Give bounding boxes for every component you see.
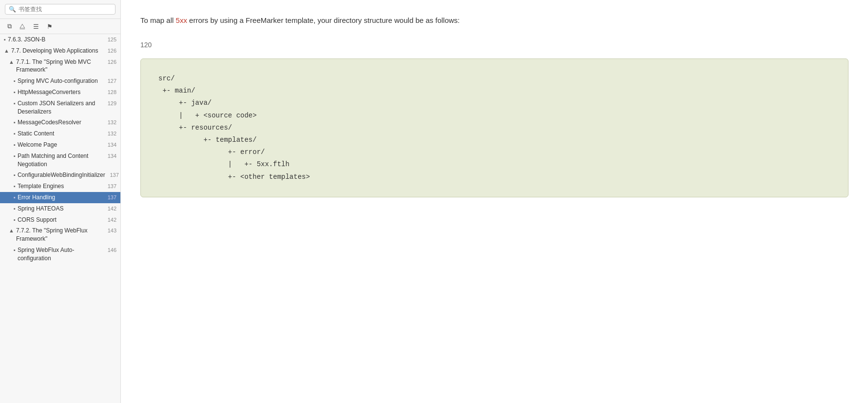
nav-item-icon-static-content: ▪ bbox=[14, 130, 16, 137]
sidebar-item-custom-json[interactable]: ▪Custom JSON Serializers and Deserialize… bbox=[0, 98, 120, 117]
page-number-120: 120 bbox=[140, 41, 849, 49]
nav-item-page-path-matching: 134 bbox=[103, 153, 116, 160]
sidebar-item-spring-web-mvc[interactable]: ▲7.7.1. The "Spring Web MVC Framework"12… bbox=[0, 57, 120, 76]
sidebar-item-json-b[interactable]: ▪7.6.3. JSON-B125 bbox=[0, 34, 120, 45]
nav-item-icon-spring-webflux: ▲ bbox=[9, 227, 14, 234]
toolbar-icons: ⧉ ⧋ ☰ ⚑ bbox=[0, 19, 120, 34]
nav-item-label-cors-support: CORS Support bbox=[18, 216, 103, 224]
sidebar-item-static-content[interactable]: ▪Static Content132 bbox=[0, 128, 120, 139]
sidebar-item-spring-webflux-auto[interactable]: ▪Spring WebFlux Auto-configuration146 bbox=[0, 245, 120, 264]
nav-item-icon-configurable-web: ▪ bbox=[14, 172, 16, 179]
list-view-button[interactable]: ☰ bbox=[31, 21, 41, 32]
nav-item-icon-path-matching: ▪ bbox=[14, 153, 16, 160]
sidebar-item-path-matching[interactable]: ▪Path Matching and Content Negotiation13… bbox=[0, 151, 120, 170]
intro-text-after: errors by using a FreeMarker template, y… bbox=[187, 16, 460, 24]
nav-item-page-spring-webflux-auto: 146 bbox=[103, 247, 116, 254]
nav-item-label-path-matching: Path Matching and Content Negotiation bbox=[18, 152, 103, 169]
nav-item-label-custom-json: Custom JSON Serializers and Deserializer… bbox=[18, 99, 103, 116]
nav-item-icon-spring-webflux-auto: ▪ bbox=[14, 247, 16, 254]
nav-item-page-json-b: 125 bbox=[103, 36, 116, 43]
nav-item-label-configurable-web: ConfigurableWebBindingInitializer bbox=[18, 171, 105, 179]
nav-item-icon-cors-support: ▪ bbox=[14, 216, 16, 224]
nav-item-label-static-content: Static Content bbox=[18, 130, 103, 138]
sidebar-nav: ▪7.6.3. JSON-B125▲7.7. Developing Web Ap… bbox=[0, 34, 120, 403]
nav-item-page-configurable-web: 137 bbox=[105, 172, 119, 179]
search-bar: 🔍 bbox=[0, 0, 120, 19]
nav-item-icon-json-b: ▪ bbox=[4, 36, 6, 43]
nav-item-icon-spring-hateoas: ▪ bbox=[14, 205, 16, 212]
nav-item-label-developing-web: 7.7. Developing Web Applications bbox=[11, 47, 103, 55]
sidebar-item-error-handling[interactable]: ▪Error Handling137 bbox=[0, 192, 120, 203]
nav-item-icon-error-handling: ▪ bbox=[14, 194, 16, 201]
search-icon: 🔍 bbox=[9, 6, 16, 13]
nav-item-page-developing-web: 126 bbox=[103, 47, 116, 55]
sidebar-item-spring-webflux[interactable]: ▲7.7.2. The "Spring WebFlux Framework"14… bbox=[0, 225, 120, 245]
bookmark-button[interactable]: ⚑ bbox=[44, 21, 55, 32]
nav-item-label-spring-mvc-auto: Spring MVC Auto-configuration bbox=[18, 77, 103, 85]
nav-item-label-welcome-page: Welcome Page bbox=[18, 141, 103, 149]
collapse-all-button[interactable]: ⧉ bbox=[5, 21, 14, 32]
nav-item-page-spring-web-mvc: 126 bbox=[103, 58, 116, 66]
search-input[interactable] bbox=[19, 6, 112, 13]
nav-item-page-error-handling: 137 bbox=[103, 194, 116, 201]
nav-item-icon-spring-mvc-auto: ▪ bbox=[14, 77, 16, 85]
nav-item-label-spring-webflux: 7.7.2. The "Spring WebFlux Framework" bbox=[16, 227, 103, 243]
intro-paragraph: To map all 5xx errors by using a FreeMar… bbox=[140, 15, 849, 26]
nav-item-page-welcome-page: 134 bbox=[103, 141, 116, 149]
nav-item-label-http-message: HttpMessageConverters bbox=[18, 88, 103, 96]
nav-item-page-spring-mvc-auto: 127 bbox=[103, 77, 116, 85]
nav-item-icon-custom-json: ▪ bbox=[14, 100, 16, 107]
sidebar-item-developing-web[interactable]: ▲7.7. Developing Web Applications126 bbox=[0, 45, 120, 57]
highlight-5xx: 5xx bbox=[176, 16, 187, 24]
sidebar-item-http-message[interactable]: ▪HttpMessageConverters128 bbox=[0, 87, 120, 98]
nav-item-page-spring-webflux: 143 bbox=[103, 227, 116, 234]
nav-item-label-message-codes: MessageCodesResolver bbox=[18, 118, 103, 127]
sidebar-item-spring-hateoas[interactable]: ▪Spring HATEOAS142 bbox=[0, 203, 120, 214]
nav-item-page-template-engines: 137 bbox=[103, 183, 116, 190]
nav-item-label-spring-hateoas: Spring HATEOAS bbox=[18, 205, 103, 213]
nav-item-label-spring-web-mvc: 7.7.1. The "Spring Web MVC Framework" bbox=[16, 58, 103, 75]
nav-item-page-spring-hateoas: 142 bbox=[103, 205, 116, 212]
nav-item-icon-developing-web: ▲ bbox=[4, 47, 9, 55]
nav-item-label-json-b: 7.6.3. JSON-B bbox=[8, 36, 103, 44]
nav-item-page-http-message: 128 bbox=[103, 89, 116, 96]
nav-item-page-static-content: 132 bbox=[103, 130, 116, 137]
code-block: src/ +- main/ +- java/ | + <source code>… bbox=[140, 58, 849, 197]
nav-item-label-error-handling: Error Handling bbox=[18, 193, 103, 202]
nav-item-icon-message-codes: ▪ bbox=[14, 119, 16, 126]
nav-item-page-custom-json: 129 bbox=[103, 100, 116, 107]
sidebar-item-message-codes[interactable]: ▪MessageCodesResolver132 bbox=[0, 117, 120, 128]
expand-all-button[interactable]: ⧋ bbox=[17, 21, 28, 32]
sidebar-item-spring-mvc-auto[interactable]: ▪Spring MVC Auto-configuration127 bbox=[0, 76, 120, 87]
sidebar-item-template-engines[interactable]: ▪Template Engines137 bbox=[0, 181, 120, 192]
sidebar: 🔍 ⧉ ⧋ ☰ ⚑ ▪7.6.3. JSON-B125▲7.7. Develop… bbox=[0, 0, 121, 403]
nav-item-icon-welcome-page: ▪ bbox=[14, 141, 16, 149]
main-content: To map all 5xx errors by using a FreeMar… bbox=[121, 0, 868, 403]
nav-item-page-cors-support: 142 bbox=[103, 216, 116, 224]
sidebar-item-cors-support[interactable]: ▪CORS Support142 bbox=[0, 214, 120, 226]
intro-text-before: To map all bbox=[140, 16, 176, 24]
sidebar-item-welcome-page[interactable]: ▪Welcome Page134 bbox=[0, 139, 120, 151]
nav-item-label-template-engines: Template Engines bbox=[18, 182, 103, 191]
search-input-wrap[interactable]: 🔍 bbox=[5, 4, 116, 15]
nav-item-icon-spring-web-mvc: ▲ bbox=[9, 58, 14, 66]
nav-item-icon-http-message: ▪ bbox=[14, 89, 16, 96]
nav-item-page-message-codes: 132 bbox=[103, 119, 116, 126]
nav-item-label-spring-webflux-auto: Spring WebFlux Auto-configuration bbox=[18, 246, 103, 263]
sidebar-item-configurable-web[interactable]: ▪ConfigurableWebBindingInitializer137 bbox=[0, 170, 120, 181]
nav-item-icon-template-engines: ▪ bbox=[14, 183, 16, 190]
